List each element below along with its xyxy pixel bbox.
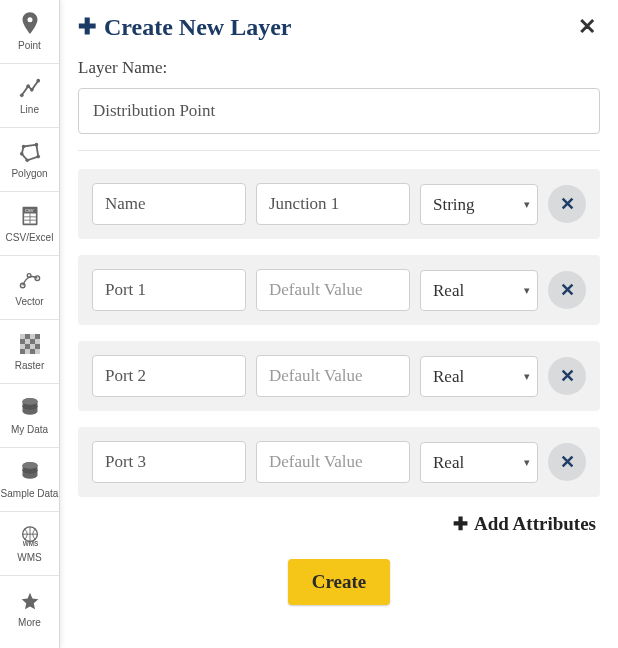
svg-point-8: [19, 152, 23, 156]
attribute-type-select[interactable]: StringRealInteger: [420, 356, 538, 397]
close-icon: ✕: [560, 365, 575, 387]
sidebar-item-label: My Data: [11, 424, 48, 435]
sidebar-item-vector[interactable]: Vector: [0, 256, 59, 320]
svg-text:WMS: WMS: [22, 540, 38, 547]
panel-title-text: Create New Layer: [104, 14, 291, 41]
attribute-default-input[interactable]: [256, 355, 410, 397]
svg-point-2: [30, 88, 34, 92]
attribute-row: StringRealInteger✕: [78, 341, 600, 411]
sidebar-item-label: Raster: [15, 360, 44, 371]
attribute-type-select[interactable]: StringRealInteger: [420, 442, 538, 483]
sidebar-item-point[interactable]: Point: [0, 0, 59, 64]
sidebar-item-label: Polygon: [11, 168, 47, 179]
create-layer-panel: ✚ Create New Layer ✕ Layer Name: StringR…: [60, 0, 618, 648]
svg-text:CSV: CSV: [25, 208, 34, 213]
delete-attribute-button[interactable]: ✕: [548, 357, 586, 395]
svg-point-7: [25, 158, 29, 162]
database-icon: [18, 460, 42, 484]
attribute-default-input[interactable]: [256, 441, 410, 483]
svg-point-5: [34, 143, 38, 147]
sidebar-item-label: WMS: [17, 552, 41, 563]
attribute-list: StringRealInteger✕StringRealInteger✕Stri…: [60, 153, 618, 497]
close-icon: ✕: [560, 279, 575, 301]
sidebar-item-raster[interactable]: Raster: [0, 320, 59, 384]
database-icon: [18, 396, 42, 420]
sidebar-item-polygon[interactable]: Polygon: [0, 128, 59, 192]
raster-icon: [18, 332, 42, 356]
attribute-name-input[interactable]: [92, 355, 246, 397]
attribute-name-input[interactable]: [92, 441, 246, 483]
attribute-type-select-wrap: StringRealInteger: [420, 270, 538, 311]
attribute-type-select[interactable]: StringRealInteger: [420, 270, 538, 311]
line-icon: [18, 76, 42, 100]
sidebar-item-csv[interactable]: CSV CSV/Excel: [0, 192, 59, 256]
svg-point-0: [19, 94, 23, 98]
close-icon[interactable]: ✕: [574, 10, 600, 44]
delete-attribute-button[interactable]: ✕: [548, 443, 586, 481]
layer-name-label: Layer Name:: [78, 58, 600, 78]
delete-attribute-button[interactable]: ✕: [548, 185, 586, 223]
svg-point-1: [26, 84, 30, 88]
attribute-type-select-wrap: StringRealInteger: [420, 356, 538, 397]
create-button[interactable]: Create: [288, 559, 391, 605]
sidebar-item-more[interactable]: More: [0, 576, 59, 640]
plus-icon: ✚: [78, 14, 96, 40]
svg-point-17: [27, 274, 31, 278]
delete-attribute-button[interactable]: ✕: [548, 271, 586, 309]
attribute-row: StringRealInteger✕: [78, 169, 600, 239]
panel-title: ✚ Create New Layer: [78, 14, 291, 41]
sidebar-item-label: More: [18, 617, 41, 628]
attribute-row: StringRealInteger✕: [78, 255, 600, 325]
sidebar-item-sampledata[interactable]: Sample Data: [0, 448, 59, 512]
svg-point-3: [36, 79, 40, 83]
sidebar-item-label: Sample Data: [1, 488, 59, 499]
add-attributes-button[interactable]: ✚ Add Attributes: [60, 497, 618, 535]
sidebar-item-line[interactable]: Line: [0, 64, 59, 128]
attribute-type-select[interactable]: StringRealInteger: [420, 184, 538, 225]
close-icon: ✕: [560, 451, 575, 473]
attribute-default-input[interactable]: [256, 183, 410, 225]
attribute-name-input[interactable]: [92, 183, 246, 225]
star-icon: [18, 589, 42, 613]
plus-icon: ✚: [453, 513, 468, 535]
sidebar-item-label: CSV/Excel: [6, 232, 54, 243]
svg-point-23: [22, 462, 37, 469]
spreadsheet-icon: CSV: [18, 204, 42, 228]
svg-point-4: [21, 145, 25, 149]
add-attributes-label: Add Attributes: [474, 513, 596, 535]
attribute-type-select-wrap: StringRealInteger: [420, 442, 538, 483]
sidebar-item-wms[interactable]: WMS WMS: [0, 512, 59, 576]
attribute-default-input[interactable]: [256, 269, 410, 311]
globe-icon: WMS: [18, 524, 42, 548]
sidebar-item-label: Line: [20, 104, 39, 115]
svg-point-6: [36, 155, 40, 159]
layer-name-input[interactable]: [78, 88, 600, 134]
svg-point-20: [22, 398, 37, 405]
svg-point-16: [35, 276, 40, 281]
pin-icon: [18, 12, 42, 36]
divider: [78, 150, 600, 151]
attribute-row: StringRealInteger✕: [78, 427, 600, 497]
sidebar-item-mydata[interactable]: My Data: [0, 384, 59, 448]
attribute-type-select-wrap: StringRealInteger: [420, 184, 538, 225]
sidebar-item-label: Point: [18, 40, 41, 51]
attribute-name-input[interactable]: [92, 269, 246, 311]
vector-icon: [18, 268, 42, 292]
sidebar: Point Line Polygon CSV CSV/Excel Vector: [0, 0, 60, 648]
sidebar-item-label: Vector: [15, 296, 43, 307]
close-icon: ✕: [560, 193, 575, 215]
polygon-icon: [18, 140, 42, 164]
